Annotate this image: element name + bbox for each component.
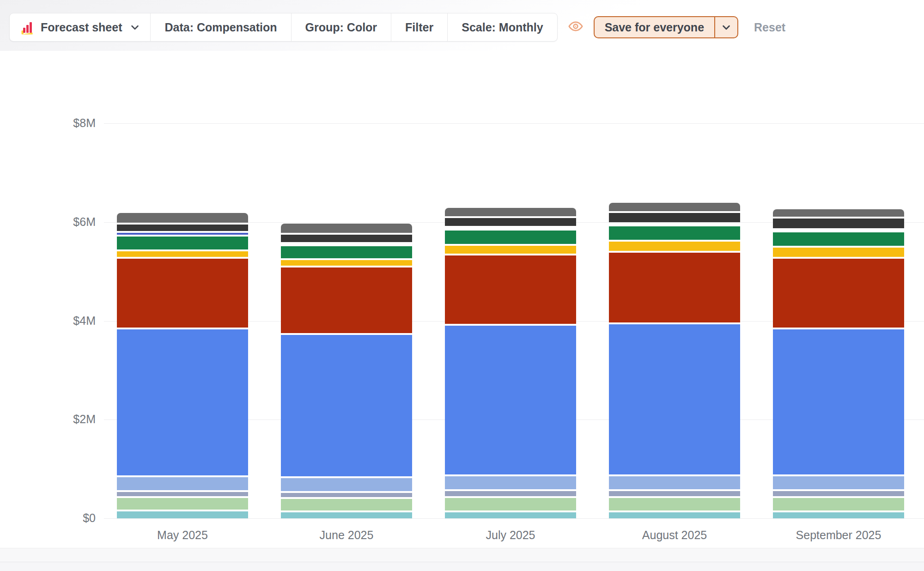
bar-segment-july-2025-light-blue[interactable] <box>445 476 576 489</box>
forecast-page: Forecast sheet Data: Compensation Group:… <box>0 0 924 571</box>
gridline--8m <box>104 123 924 124</box>
group-control-label: Group: Color <box>305 21 377 34</box>
bar-segment-may-2025-gray[interactable] <box>117 213 248 223</box>
bar-segment-september-2025-light-blue[interactable] <box>773 476 904 489</box>
bar-segment-august-2025-blue[interactable] <box>609 324 740 474</box>
chevron-down-icon <box>130 22 140 32</box>
bar-segment-september-2025-blue[interactable] <box>773 329 904 474</box>
visibility-eye-button[interactable] <box>568 18 584 36</box>
reset-button[interactable]: Reset <box>754 21 785 34</box>
bar-segment-august-2025-dark-gray[interactable] <box>609 213 740 222</box>
bar-segment-september-2025-light-green[interactable] <box>773 498 904 510</box>
bar-segment-august-2025-teal[interactable] <box>609 512 740 518</box>
bar-segment-july-2025-blue[interactable] <box>445 326 576 474</box>
bar-segment-may-2025-slate-blue[interactable] <box>117 492 248 496</box>
bar-segment-july-2025-light-green[interactable] <box>445 498 576 510</box>
bar-segment-may-2025-light-green[interactable] <box>117 498 248 510</box>
bar-segment-june-2025-dark-gray[interactable] <box>281 235 412 242</box>
bar-segment-june-2025-teal[interactable] <box>281 512 412 518</box>
x-axis-label-august-2025: August 2025 <box>605 528 744 542</box>
toolbar: Forecast sheet Data: Compensation Group:… <box>9 13 785 42</box>
bar-segment-july-2025-yellow[interactable] <box>445 246 576 254</box>
filter-control-label: Filter <box>405 21 433 34</box>
bar-segment-july-2025-gray[interactable] <box>445 208 576 216</box>
bar-segment-september-2025-green[interactable] <box>773 232 904 246</box>
bar-segment-september-2025-gray[interactable] <box>773 209 904 217</box>
chevron-down-icon <box>721 22 731 32</box>
footer-strip <box>0 548 924 562</box>
toolbar-segment-group: Forecast sheet Data: Compensation Group:… <box>9 13 558 42</box>
bar-segment-may-2025-light-blue[interactable] <box>117 477 248 490</box>
save-dropdown-toggle[interactable] <box>714 17 737 37</box>
bar-segment-september-2025-slate-blue[interactable] <box>773 491 904 496</box>
bar-segment-june-2025-light-green[interactable] <box>281 499 412 510</box>
sheet-selector[interactable]: Forecast sheet <box>10 13 150 41</box>
y-tick-label--4m: $4M <box>54 314 96 328</box>
y-tick-label--6m: $6M <box>54 215 96 229</box>
bar-segment-september-2025-yellow[interactable] <box>773 248 904 257</box>
group-color-control[interactable]: Group: Color <box>291 13 391 41</box>
scale-monthly-control[interactable]: Scale: Monthly <box>447 13 557 41</box>
sheet-selector-label: Forecast sheet <box>41 21 122 34</box>
bar-segment-may-2025-green[interactable] <box>117 237 248 249</box>
save-button-label: Save for everyone <box>595 17 714 37</box>
bar-segment-august-2025-dark-red[interactable] <box>609 253 740 322</box>
bar-segment-may-2025-blue[interactable] <box>117 329 248 476</box>
scale-control-label: Scale: Monthly <box>462 21 543 34</box>
bar-segment-june-2025-dark-red[interactable] <box>281 267 412 333</box>
filter-control[interactable]: Filter <box>391 13 447 41</box>
x-axis-label-may-2025: May 2025 <box>113 528 252 542</box>
bar-segment-july-2025-teal[interactable] <box>445 512 576 518</box>
bar-segment-september-2025-dark-red[interactable] <box>773 259 904 328</box>
bar-segment-june-2025-gray[interactable] <box>281 224 412 233</box>
bar-segment-august-2025-green[interactable] <box>609 226 740 240</box>
footer-strip-lower <box>0 562 924 571</box>
bar-segment-may-2025-dark-gray[interactable] <box>117 225 248 231</box>
y-tick-label--8m: $8M <box>54 116 96 130</box>
x-axis-label-june-2025: June 2025 <box>277 528 416 542</box>
bar-segment-july-2025-green[interactable] <box>445 231 576 244</box>
bar-segment-may-2025-teal[interactable] <box>117 511 248 518</box>
y-tick-label--0: $0 <box>54 511 96 525</box>
bar-segment-june-2025-green[interactable] <box>281 246 412 258</box>
bar-segment-august-2025-gray[interactable] <box>609 203 740 211</box>
bar-segment-may-2025-yellow[interactable] <box>117 251 248 257</box>
data-compensation-control[interactable]: Data: Compensation <box>150 13 291 41</box>
bar-segment-july-2025-slate-blue[interactable] <box>445 491 576 496</box>
bar-segment-may-2025-dark-red[interactable] <box>117 259 248 328</box>
bar-segment-june-2025-slate-blue[interactable] <box>281 493 412 497</box>
bar-segment-may-2025-indigo[interactable] <box>117 233 248 234</box>
bar-segment-august-2025-light-green[interactable] <box>609 498 740 510</box>
save-for-everyone-button[interactable]: Save for everyone <box>594 16 738 38</box>
stacked-bar-chart: $8M$6M$4M$2M$0May 2025June 2025July 2025… <box>0 0 924 571</box>
bar-segment-august-2025-light-blue[interactable] <box>609 476 740 489</box>
bar-segment-june-2025-blue[interactable] <box>281 335 412 476</box>
x-axis-label-july-2025: July 2025 <box>441 528 580 542</box>
gridline--0 <box>104 518 924 519</box>
bar-segment-july-2025-dark-gray[interactable] <box>445 218 576 226</box>
bar-segment-june-2025-light-blue[interactable] <box>281 478 412 491</box>
bar-segment-july-2025-dark-red[interactable] <box>445 255 576 324</box>
eye-icon <box>568 18 584 36</box>
bar-segment-september-2025-dark-gray[interactable] <box>773 219 904 228</box>
data-control-label: Data: Compensation <box>164 21 277 34</box>
bar-segment-september-2025-teal[interactable] <box>773 512 904 518</box>
bar-segment-june-2025-yellow[interactable] <box>281 260 412 266</box>
x-axis-label-september-2025: September 2025 <box>769 528 908 542</box>
bar-chart-logo-icon <box>20 20 35 35</box>
y-tick-label--2m: $2M <box>54 413 96 426</box>
bar-segment-august-2025-slate-blue[interactable] <box>609 491 740 496</box>
bar-segment-august-2025-yellow[interactable] <box>609 242 740 251</box>
